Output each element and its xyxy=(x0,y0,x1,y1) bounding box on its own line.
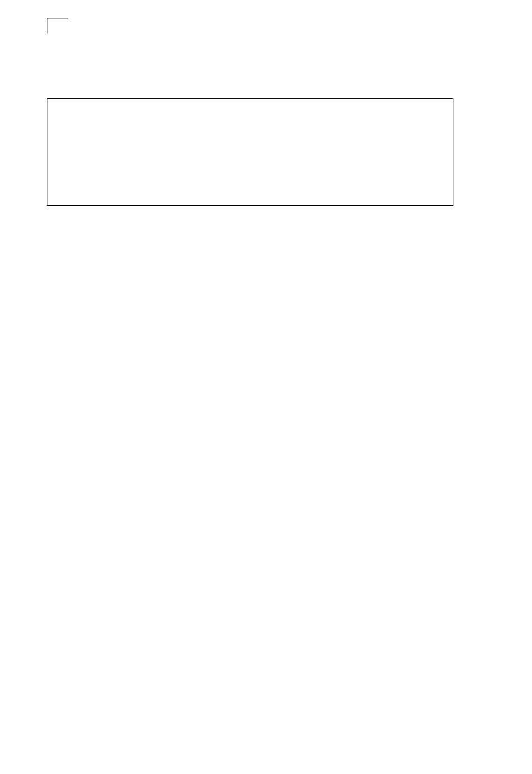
content-box xyxy=(47,98,453,206)
corner-mark-icon xyxy=(47,18,68,33)
